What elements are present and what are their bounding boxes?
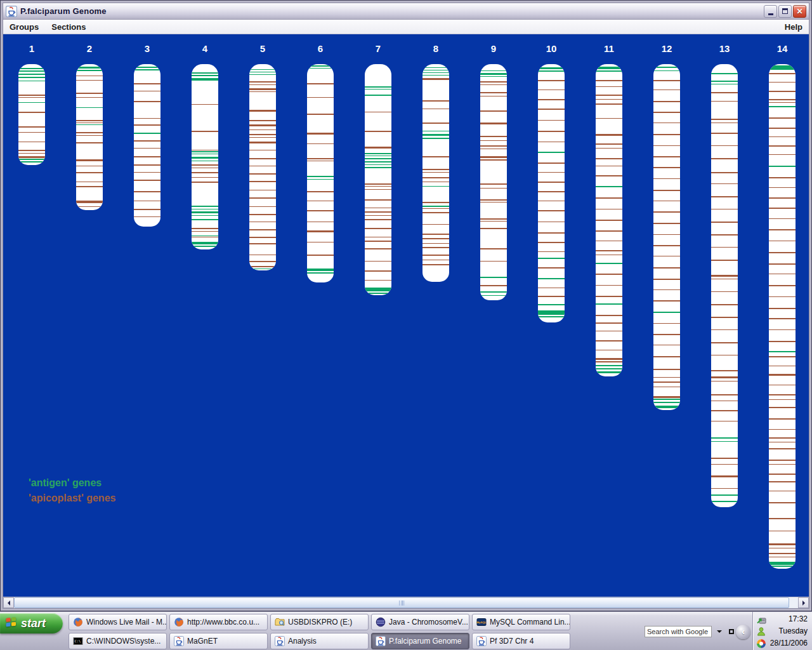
apicoplast-gene-band bbox=[769, 274, 796, 274]
apicoplast-gene-band bbox=[653, 323, 680, 324]
apicoplast-gene-band bbox=[769, 154, 796, 155]
apicoplast-gene-band bbox=[653, 267, 680, 269]
color-swirl-icon[interactable] bbox=[756, 639, 766, 649]
scroll-thumb[interactable] bbox=[14, 597, 789, 608]
search-input[interactable] bbox=[645, 626, 712, 637]
apicoplast-gene-band bbox=[711, 260, 738, 261]
chromosome-1: 1 bbox=[16, 42, 48, 165]
taskbar-button-analysis[interactable]: Analysis bbox=[270, 633, 369, 649]
apicoplast-gene-band bbox=[596, 315, 622, 316]
antigen-gene-band bbox=[711, 441, 738, 442]
apicoplast-gene-band bbox=[769, 187, 796, 188]
apicoplast-gene-band bbox=[596, 361, 622, 362]
antigen-gene-band bbox=[365, 161, 391, 162]
firefox-icon bbox=[174, 617, 184, 627]
apicoplast-gene-band bbox=[711, 304, 738, 305]
apicoplast-gene-band bbox=[480, 199, 507, 201]
scroll-track[interactable] bbox=[789, 597, 798, 608]
antigen-gene-band bbox=[538, 304, 565, 305]
taskbar-button-c-windows-syste[interactable]: C:\C:\WINDOWS\syste... bbox=[69, 633, 167, 649]
apicoplast-gene-band bbox=[769, 117, 796, 119]
apicoplast-gene-band bbox=[596, 95, 622, 96]
antigen-gene-band bbox=[307, 176, 334, 177]
chromosome-bar-12[interactable] bbox=[653, 64, 680, 410]
apicoplast-gene-band bbox=[480, 96, 507, 96]
chromosome-bar-6[interactable] bbox=[307, 64, 334, 282]
taskbar-button-windows-live-mail-m[interactable]: Windows Live Mail - M... bbox=[69, 614, 167, 630]
chromosome-bar-9[interactable] bbox=[480, 64, 507, 300]
apicoplast-gene-band bbox=[307, 83, 334, 84]
menu-groups[interactable]: Groups bbox=[10, 22, 39, 32]
antigen-gene-band bbox=[134, 67, 160, 68]
antigen-gene-band bbox=[711, 494, 738, 496]
taskbar-button-usbdiskpro-e[interactable]: USBDISKPRO (E:) bbox=[270, 614, 369, 630]
apicoplast-gene-band bbox=[711, 394, 738, 395]
apicoplast-gene-band bbox=[134, 156, 160, 157]
apicoplast-gene-band bbox=[76, 80, 103, 81]
antigen-gene-band bbox=[249, 69, 276, 70]
apicoplast-gene-band bbox=[711, 101, 738, 102]
menu-sections[interactable]: Sections bbox=[51, 22, 86, 32]
apicoplast-gene-band bbox=[711, 370, 738, 371]
apicoplast-gene-band bbox=[769, 442, 796, 442]
taskbar-button-pf-3d7-chr-4[interactable]: Pf 3D7 Chr 4 bbox=[472, 633, 570, 649]
maximize-button[interactable] bbox=[778, 5, 792, 18]
apicoplast-gene-band bbox=[653, 234, 680, 235]
chromosome-bar-7[interactable] bbox=[365, 64, 391, 295]
antigen-gene-band bbox=[769, 351, 796, 352]
taskbar-button-mysql-command-lin[interactable]: MySQLMySQL Command Lin... bbox=[472, 614, 570, 630]
apicoplast-gene-band bbox=[365, 241, 391, 242]
apicoplast-gene-band bbox=[769, 197, 796, 199]
mysql-icon: MySQL bbox=[476, 617, 487, 627]
apicoplast-gene-band bbox=[134, 101, 160, 102]
apicoplast-gene-band bbox=[769, 553, 796, 554]
apicoplast-gene-band bbox=[365, 186, 391, 187]
antigen-gene-band bbox=[76, 70, 103, 71]
antigen-gene-band bbox=[192, 78, 218, 81]
apicoplast-gene-band bbox=[422, 123, 449, 124]
apicoplast-gene-band bbox=[596, 358, 622, 360]
chromosome-bar-14[interactable] bbox=[769, 64, 796, 569]
scroll-right-button[interactable] bbox=[798, 597, 809, 608]
menu-help[interactable]: Help bbox=[785, 22, 802, 32]
chromosome-bar-5[interactable] bbox=[249, 64, 276, 270]
taskbar-button-p-falciparum-genome[interactable]: P.falciparum Genome bbox=[371, 633, 469, 649]
apicoplast-gene-band bbox=[653, 387, 680, 387]
messenger-person-icon[interactable] bbox=[756, 627, 766, 637]
chromosome-bar-11[interactable] bbox=[596, 64, 622, 376]
taskbar-button-java-chromosomev[interactable]: Java - ChromosomeV... bbox=[371, 614, 469, 630]
chromosome-5: 5 bbox=[247, 42, 278, 270]
apicoplast-gene-band bbox=[596, 80, 622, 81]
chromosome-bar-1[interactable] bbox=[18, 64, 45, 165]
taskbar-button-http-www-bbc-co-u[interactable]: http://www.bbc.co.u... bbox=[169, 614, 268, 630]
apicoplast-gene-band bbox=[76, 186, 103, 187]
apicoplast-gene-band bbox=[711, 329, 738, 330]
taskbar-button-magnet[interactable]: MaGnET bbox=[169, 633, 268, 649]
chromosome-bar-3[interactable] bbox=[134, 64, 160, 227]
apicoplast-gene-band bbox=[307, 133, 334, 135]
minimize-icon bbox=[768, 13, 773, 15]
apicoplast-gene-band bbox=[769, 418, 796, 420]
deskbar-restore-button[interactable] bbox=[726, 627, 736, 637]
chromosome-bar-8[interactable] bbox=[422, 64, 449, 282]
apicoplast-gene-band bbox=[538, 131, 565, 132]
apicoplast-gene-band bbox=[249, 142, 276, 143]
antigen-gene-band bbox=[538, 152, 565, 153]
antigen-gene-band bbox=[596, 186, 622, 187]
antigen-gene-band bbox=[18, 161, 45, 162]
window-titlebar[interactable]: P.falciparum Genome ✕ bbox=[3, 3, 809, 20]
minimize-button[interactable] bbox=[764, 5, 777, 18]
chromosome-bar-2[interactable] bbox=[76, 64, 103, 210]
taskbar-button-label: P.falciparum Genome bbox=[389, 637, 462, 646]
chromosome-bar-10[interactable] bbox=[538, 64, 565, 322]
chromosome-bar-13[interactable] bbox=[711, 64, 738, 507]
search-dropdown-button[interactable] bbox=[714, 627, 724, 637]
chromosome-bar-4[interactable] bbox=[192, 64, 218, 249]
eject-device-icon[interactable] bbox=[756, 614, 766, 625]
scroll-left-button[interactable] bbox=[3, 597, 14, 608]
tray-collapse-button[interactable]: ‹ bbox=[736, 625, 750, 639]
apicoplast-gene-band bbox=[18, 95, 45, 96]
close-button[interactable]: ✕ bbox=[793, 5, 806, 18]
start-button[interactable]: start bbox=[0, 613, 63, 633]
apicoplast-gene-band bbox=[249, 120, 276, 121]
